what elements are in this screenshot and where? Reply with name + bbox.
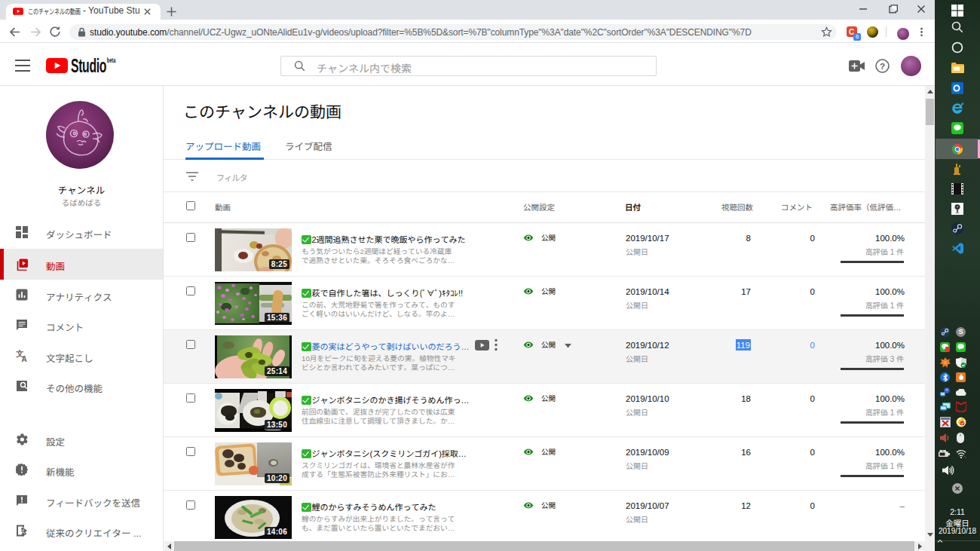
svg-text:A: A: [22, 355, 27, 363]
svg-text:?: ?: [880, 62, 885, 71]
